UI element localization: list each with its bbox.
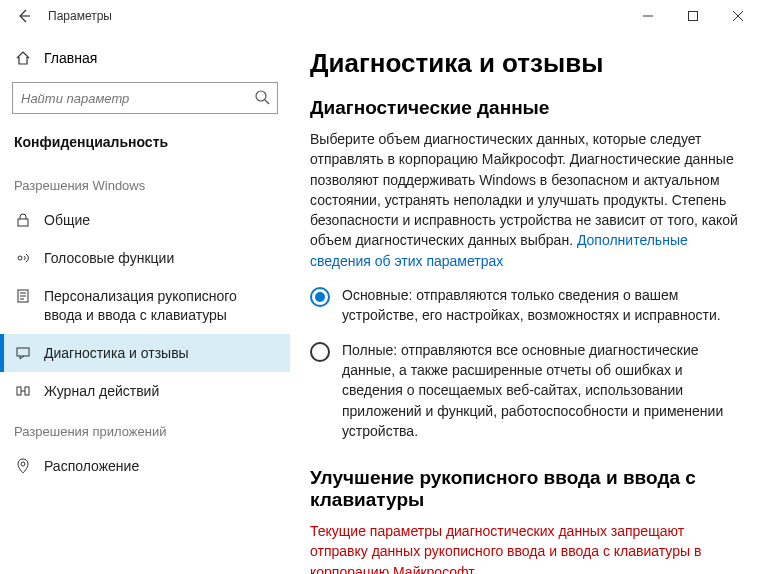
group-app-permissions: Разрешения приложений [0,410,290,447]
back-button[interactable] [8,0,40,32]
page-title: Диагностика и отзывы [310,48,744,79]
maximize-icon [688,11,698,21]
radio-label: Основные: отправляются только сведения о… [342,285,744,326]
search-input[interactable] [12,82,278,114]
svg-rect-5 [17,348,29,356]
sidebar: Главная Конфиденциальность Разрешения Wi… [0,32,290,574]
svg-rect-0 [688,12,697,21]
location-icon [14,458,32,474]
sidebar-item-label: Персонализация рукописного ввода и ввода… [44,287,276,323]
sidebar-item-label: Журнал действий [44,382,159,400]
sidebar-item-location[interactable]: Расположение [0,447,290,485]
radio-icon [310,287,330,307]
activity-icon [14,383,32,399]
sidebar-item-label: Голосовые функции [44,249,174,267]
warning-text: Текущие параметры диагностических данных… [310,521,744,574]
main-content: Диагностика и отзывы Диагностические дан… [290,32,768,574]
close-button[interactable] [715,0,760,32]
home-link[interactable]: Главная [0,42,290,74]
maximize-button[interactable] [670,0,715,32]
svg-rect-2 [18,219,28,226]
radio-full[interactable]: Полные: отправляются все основные диагно… [310,340,744,441]
search-icon [254,89,270,109]
sidebar-item-speech[interactable]: Голосовые функции [0,239,290,277]
svg-point-8 [21,462,25,466]
minimize-button[interactable] [625,0,670,32]
search-box[interactable] [12,82,278,114]
radio-basic[interactable]: Основные: отправляются только сведения о… [310,285,744,326]
lock-icon [14,212,32,228]
sidebar-item-label: Диагностика и отзывы [44,344,189,362]
radio-label: Полные: отправляются все основные диагно… [342,340,744,441]
home-label: Главная [44,50,97,66]
sidebar-item-inking[interactable]: Персонализация рукописного ввода и ввода… [0,277,290,333]
group-windows-permissions: Разрешения Windows [0,164,290,201]
diagnostic-description: Выберите объем диагностических данных, к… [310,129,744,271]
section-heading-diagnostic-data: Диагностические данные [310,97,744,119]
section-heading-improve-typing: Улучшение рукописного ввода и ввода с кл… [310,467,744,511]
close-icon [733,11,743,21]
sidebar-item-label: Расположение [44,457,139,475]
sidebar-item-general[interactable]: Общие [0,201,290,239]
sidebar-item-label: Общие [44,211,90,229]
svg-point-3 [18,256,22,260]
svg-rect-7 [25,387,29,395]
feedback-icon [14,345,32,361]
svg-rect-6 [17,387,21,395]
sidebar-item-diagnostics[interactable]: Диагностика и отзывы [0,334,290,372]
window-title: Параметры [48,9,625,23]
speech-icon [14,250,32,266]
radio-icon [310,342,330,362]
svg-point-1 [256,91,266,101]
clipboard-icon [14,288,32,304]
minimize-icon [643,11,653,21]
home-icon [14,50,32,66]
section-header: Конфиденциальность [0,128,290,164]
arrow-left-icon [16,8,32,24]
sidebar-item-activity[interactable]: Журнал действий [0,372,290,410]
